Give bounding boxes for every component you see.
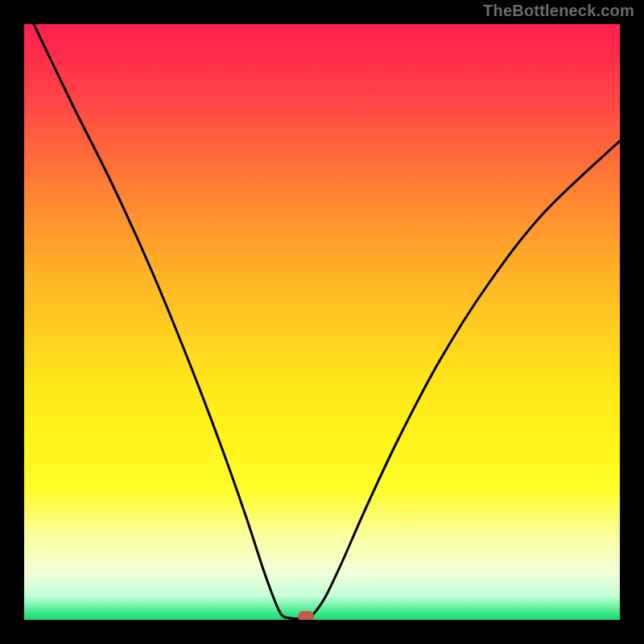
curve-svg [24,24,620,620]
minimum-marker [298,611,314,620]
bottleneck-curve [34,24,620,619]
chart-frame: TheBottleneck.com [0,0,644,644]
plot-area [24,24,620,620]
watermark-text: TheBottleneck.com [483,2,634,20]
